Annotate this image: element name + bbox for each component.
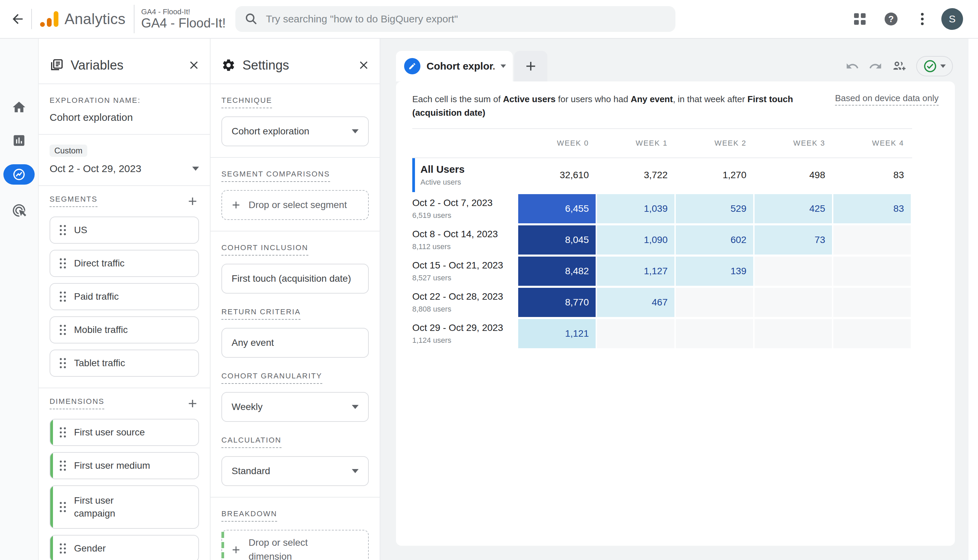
week-column-header: WEEK 0 xyxy=(518,135,596,152)
cohort-description: Each cell is the sum of Active users for… xyxy=(412,92,803,120)
share-users-icon xyxy=(892,59,907,73)
exploration-canvas: Cohort explor... xyxy=(381,39,978,560)
help-button[interactable]: ? xyxy=(879,7,903,31)
table-cell: 8,045 xyxy=(518,225,596,255)
date-range-selector[interactable]: Oct 2 - Oct 29, 2023 xyxy=(50,163,199,175)
calculation-select[interactable]: Standard xyxy=(221,456,369,486)
search-input[interactable]: Try searching "how to do BigQuery export… xyxy=(235,6,676,32)
based-on-device-link[interactable]: Based on device data only xyxy=(835,93,939,105)
settings-panel: Settings TECHNIQUE Cohort exploration SE… xyxy=(210,39,381,560)
breakdown-dropzone[interactable]: Drop or select dimension xyxy=(221,530,369,560)
drag-handle-icon[interactable] xyxy=(60,325,66,335)
segment-comparisons-label: SEGMENT COMPARISONS xyxy=(221,170,330,182)
home-icon xyxy=(12,100,27,115)
week-column-header: WEEK 3 xyxy=(754,135,832,152)
close-settings-button[interactable] xyxy=(357,59,370,72)
drag-handle-icon[interactable] xyxy=(60,427,66,437)
table-cell-empty xyxy=(833,319,911,348)
table-cell: 1,090 xyxy=(597,225,674,255)
undo-button[interactable] xyxy=(846,59,859,73)
breakdown-label: BREAKDOWN xyxy=(221,510,277,522)
nav-explore-button[interactable] xyxy=(3,164,35,185)
technique-select[interactable]: Cohort exploration xyxy=(221,117,369,146)
week-header-row: WEEK 0 WEEK 1 WEEK 2 WEEK 3 WEEK 4 xyxy=(412,135,939,152)
chevron-down-icon xyxy=(501,65,506,68)
add-dimension-button[interactable] xyxy=(186,397,199,410)
table-cell: 602 xyxy=(676,225,753,255)
drag-handle-icon[interactable] xyxy=(60,543,66,553)
cohort-granularity-label: COHORT GRANULARITY xyxy=(221,372,322,384)
save-status-button[interactable] xyxy=(916,56,953,77)
scrollbar[interactable] xyxy=(968,39,978,560)
table-cell-empty xyxy=(833,288,911,317)
dimension-chip[interactable]: First user medium xyxy=(50,452,199,479)
cohort-row-label: Oct 8 - Oct 14, 20238,112 users xyxy=(412,225,517,255)
close-variables-button[interactable] xyxy=(187,59,200,72)
drag-handle-icon[interactable] xyxy=(60,502,66,512)
segment-chip[interactable]: Mobile traffic xyxy=(50,316,199,343)
dimensions-label: DIMENSIONS xyxy=(50,397,104,409)
table-cell-empty xyxy=(597,319,674,348)
add-icon xyxy=(186,195,199,208)
table-cell-empty xyxy=(833,225,911,255)
table-cell-empty xyxy=(754,319,832,348)
saved-check-icon xyxy=(923,59,937,73)
table-cell: 83 xyxy=(833,158,911,192)
tab-cohort-exploration[interactable]: Cohort explor... xyxy=(396,51,513,82)
cohort-inclusion-label: COHORT INCLUSION xyxy=(221,243,308,255)
panel-title: Variables xyxy=(71,58,181,73)
return-criteria-select[interactable]: Any event xyxy=(221,328,369,358)
table-cell: 8,770 xyxy=(518,288,596,317)
week-column-header: WEEK 4 xyxy=(833,135,911,152)
more-menu-button[interactable] xyxy=(910,7,935,31)
all-users-row: All Users Active users 32,610 3,722 1,27… xyxy=(412,158,939,192)
cohort-inclusion-select[interactable]: First touch (acquisition date) xyxy=(221,264,369,293)
week-column-header: WEEK 1 xyxy=(597,135,674,152)
table-cell: 1,127 xyxy=(597,257,674,286)
share-users-button[interactable] xyxy=(892,59,907,73)
back-icon xyxy=(10,12,25,27)
cohort-row-label: Oct 29 - Oct 29, 20231,124 users xyxy=(412,319,517,348)
segment-chip[interactable]: Direct traffic xyxy=(50,250,199,277)
table-cell: 1,039 xyxy=(597,194,674,223)
property-breadcrumb[interactable]: GA4 - Flood-It! GA4 - Flood-It! xyxy=(141,7,226,31)
segment-comparisons-dropzone[interactable]: Drop or select segment xyxy=(221,190,369,220)
add-tab-button[interactable] xyxy=(514,51,547,82)
calculation-label: CALCULATION xyxy=(221,436,282,448)
drag-handle-icon[interactable] xyxy=(60,258,66,268)
dimension-chip[interactable]: First user campaign xyxy=(50,485,199,529)
dimension-chip[interactable]: First user source xyxy=(50,419,199,446)
redo-button[interactable] xyxy=(869,59,882,73)
table-cell: 8,482 xyxy=(518,257,596,286)
drag-handle-icon[interactable] xyxy=(60,292,66,302)
appbar-divider xyxy=(134,5,135,33)
add-segment-button[interactable] xyxy=(186,195,199,208)
date-range-badge: Custom xyxy=(50,145,87,157)
table-cell: 3,722 xyxy=(597,158,674,192)
drag-handle-icon[interactable] xyxy=(60,225,66,235)
segment-chip[interactable]: Tablet traffic xyxy=(50,350,199,377)
back-button[interactable] xyxy=(4,5,31,33)
table-cell-empty xyxy=(676,319,753,348)
all-users-accent-bar xyxy=(412,158,415,192)
all-users-sublabel: Active users xyxy=(421,178,517,187)
table-cell: 83 xyxy=(833,194,911,223)
exploration-name-value[interactable]: Cohort exploration xyxy=(50,112,199,123)
dimension-chip[interactable]: Gender xyxy=(50,535,199,560)
avatar[interactable]: S xyxy=(941,8,963,30)
drag-handle-icon[interactable] xyxy=(60,460,66,471)
segments-label: SEGMENTS xyxy=(50,195,97,207)
drag-handle-icon[interactable] xyxy=(60,358,66,368)
nav-rail xyxy=(0,39,39,560)
table-cell: 1,270 xyxy=(676,158,753,192)
segment-chip[interactable]: US xyxy=(50,217,199,244)
add-icon xyxy=(230,544,242,556)
cohort-granularity-select[interactable]: Weekly xyxy=(221,392,369,422)
nav-home-button[interactable] xyxy=(5,94,33,121)
add-icon xyxy=(523,59,538,73)
table-cell: 6,455 xyxy=(518,194,596,223)
segment-chip[interactable]: Paid traffic xyxy=(50,283,199,310)
nav-reports-button[interactable] xyxy=(5,127,33,154)
apps-grid-button[interactable] xyxy=(848,7,872,31)
nav-advertising-button[interactable] xyxy=(5,197,33,224)
